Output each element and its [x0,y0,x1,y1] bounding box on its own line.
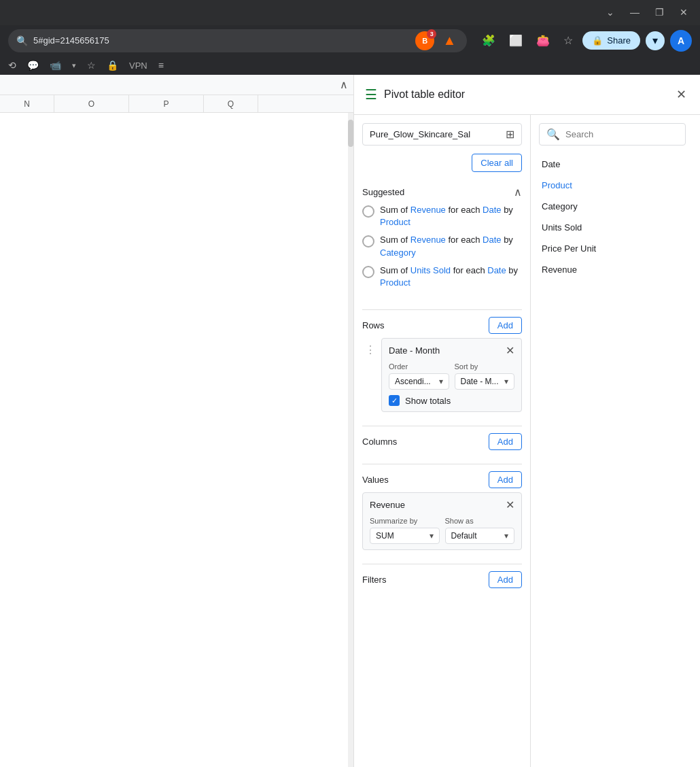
show-totals-checkbox[interactable] [389,395,400,406]
field-item-revenue[interactable]: Revenue [539,259,686,280]
share-button[interactable]: 🔒 Share [582,31,640,50]
columns-add-button[interactable]: Add [489,433,522,450]
source-selector[interactable]: Pure_Glow_Skincare_Sal ⊞ [362,123,522,146]
minimize-btn[interactable]: — [624,1,646,23]
lock-icon: 🔒 [592,35,603,46]
suggestion-radio-2[interactable] [362,235,374,248]
suggestion-radio-1[interactable] [362,205,374,218]
maximize-btn[interactable]: ❐ [648,1,670,23]
field-item-product[interactable]: Product [539,175,686,196]
sortby-select[interactable]: Date - M... ▾ [455,373,515,390]
col-header-q: Q [204,95,258,112]
pivot-right-column: 🔍 Date Product Category Units Sold Price… [531,115,694,767]
field-item-category[interactable]: Category [539,196,686,217]
zoom-icon: 🔍 [16,35,28,46]
divider-1 [362,309,522,310]
collapse-icon[interactable]: ∧ [340,78,348,91]
order-value: Ascendi... [395,377,431,386]
vpn-icon[interactable]: 🔒 [107,60,118,71]
chevron-down-btn[interactable]: ⌄ [599,1,621,23]
wallet-icon[interactable]: 👛 [532,31,554,50]
values-add-button[interactable]: Add [489,471,522,488]
field-item-date[interactable]: Date [539,154,686,175]
browser-chrome: ⌄ — ❐ ✕ 🔍 5#gid=2145656175 B 3 ▲ 🧩 ⬜ 👛 ☆… [0,0,700,75]
sortby-label: Sort by [455,362,515,371]
filters-section: Filters Add [362,567,522,592]
share-dropdown-btn[interactable]: ▾ [646,31,665,50]
brave-badge: 3 [427,29,436,39]
vertical-scrollbar[interactable] [348,113,353,767]
brave-icon[interactable]: B 3 [415,31,434,50]
order-select[interactable]: Ascendi... ▾ [389,373,449,390]
filters-label: Filters [362,575,386,585]
columns-section: Columns Add [362,429,522,454]
main-content: ∧ N O P Q ☰ Pivot table editor ✕ Pure_Gl [0,75,700,767]
field-item-price-per-unit[interactable]: Price Per Unit [539,238,686,259]
filters-add-button[interactable]: Add [489,571,522,588]
video-icon[interactable]: 📹 [50,60,61,71]
url-text: 5#gid=2145656175 [33,35,109,46]
revenue-options-row: Summarize by SUM ▾ Show as Default [370,517,514,544]
suggestion-label-3: Sum of Units Sold for each Date by Produ… [380,265,522,289]
comment-icon[interactable]: 💬 [27,60,39,71]
star-toolbar-icon[interactable]: ☆ [87,60,96,71]
pivot-left-column: Pure_Glow_Skincare_Sal ⊞ Clear all Sugge… [354,115,531,767]
rows-field-card-header: Date - Month ✕ [389,344,514,357]
avatar[interactable]: A [670,30,692,52]
revenue-card-close[interactable]: ✕ [506,498,514,511]
suggestion-label-2: Sum of Revenue for each Date by Category [380,234,522,258]
suggestion-item-1[interactable]: Sum of Revenue for each Date by Product [362,204,522,228]
summarize-arrow: ▾ [430,531,434,541]
showas-value: Default [451,531,477,541]
rows-add-button[interactable]: Add [489,317,522,334]
suggested-collapse-icon[interactable]: ∧ [514,186,522,199]
columns-header: Columns Add [362,429,522,454]
suggestion-item-2[interactable]: Sum of Revenue for each Date by Category [362,234,522,258]
order-arrow: ▾ [439,377,443,386]
source-text: Pure_Glow_Skincare_Sal [370,129,500,139]
rows-drag-row: ⋮ Date - Month ✕ Order Ascendi... [362,338,522,412]
summarize-value: SUM [376,531,394,541]
rows-drag-handle[interactable]: ⋮ [362,338,379,362]
values-header: Values Add [362,467,522,492]
revenue-value-card: Revenue ✕ Summarize by SUM ▾ [362,492,522,550]
pivot-close-button[interactable]: ✕ [673,84,689,105]
showas-select[interactable]: Default ▾ [445,528,515,544]
field-list: Date Product Category Units Sold Price P… [539,154,686,280]
star-icon[interactable]: ☆ [559,31,577,50]
columns-label: Columns [362,437,397,447]
url-bar[interactable]: 🔍 5#gid=2145656175 B 3 ▲ [8,29,467,52]
summarize-select[interactable]: SUM ▾ [370,528,440,544]
search-input[interactable] [565,129,680,139]
video-dropdown[interactable]: ▾ [72,61,76,70]
rows-field-close[interactable]: ✕ [506,344,514,357]
values-section: Values Add Revenue ✕ Summarize by [362,467,522,554]
vpn-label: VPN [129,61,147,71]
menu-icon[interactable]: ≡ [158,60,164,71]
title-bar: ⌄ — ❐ ✕ [0,0,700,25]
col-headers: N O P Q [0,95,353,113]
col-header-o: O [54,95,129,112]
revenue-card-header: Revenue ✕ [370,498,514,511]
brave-label: B [422,37,427,45]
field-item-units-sold[interactable]: Units Sold [539,217,686,238]
puzzle-icon[interactable]: 🧩 [478,31,500,50]
grid-icon: ⊞ [506,128,514,141]
clear-all-button[interactable]: Clear all [472,154,522,172]
rows-field-title: Date - Month [389,345,440,356]
suggested-list: Sum of Revenue for each Date by Product … [362,204,522,289]
triangle-icon[interactable]: ▲ [440,31,459,50]
history-icon[interactable]: ⟲ [8,60,16,71]
close-btn[interactable]: ✕ [673,1,695,23]
col-header-p: P [129,95,204,112]
order-label: Order [389,362,449,371]
pivot-body: Pure_Glow_Skincare_Sal ⊞ Clear all Sugge… [354,115,700,767]
suggested-section: Suggested ∧ Sum of Revenue for each Date… [362,186,522,300]
suggestion-radio-3[interactable] [362,266,374,278]
sidebar-icon[interactable]: ⬜ [505,31,527,50]
col-header-n: N [0,95,54,112]
scroll-thumb[interactable] [348,120,353,147]
suggestion-item-3[interactable]: Sum of Units Sold for each Date by Produ… [362,265,522,289]
rows-options-row: Order Ascendi... ▾ Sort by Date [389,362,514,390]
divider-3 [362,464,522,464]
